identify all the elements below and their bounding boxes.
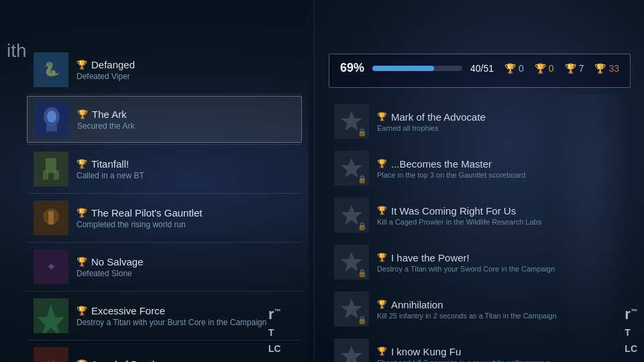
progress-header: 69% 40/51 🏆 0 🏆 0 🏆 7: [340, 61, 619, 75]
trophy-item-coming[interactable]: 🔒 🏆 It Was Coming Right For Us Kill a Ca…: [329, 192, 631, 238]
achievement-title-titanfall: 🏆 Titanfall!: [76, 158, 295, 170]
thumb-art-force: [34, 298, 68, 333]
trophy-count-bronze: 🏆 33: [594, 63, 619, 74]
trophy-type-bronze-kungfu: 🏆: [377, 347, 387, 356]
trophy-name-annihilation: 🏆 Annihilation: [377, 299, 625, 310]
achievement-info-ark: 🏆 The Ark Secured the Ark: [77, 109, 294, 131]
trophy-thumb-mark: 🔒: [334, 104, 369, 139]
svg-rect-5: [46, 125, 57, 131]
thumb-force: [34, 298, 68, 333]
trophy-item-kungfu[interactable]: 🔒 🏆 I know Kung Fu Shoot and kill 3 enem…: [329, 333, 631, 362]
achievement-title-gauntlet: 🏆 The Real Pilot's Gauntlet: [76, 207, 295, 219]
achievement-item-salvage[interactable]: ✦ 🏆 No Salvage Defeated Slone: [27, 244, 302, 290]
svg-rect-8: [43, 170, 48, 180]
trophy-item-power[interactable]: 🔒 🏆 I have the Power! Destroy a Titan wi…: [329, 239, 631, 285]
achievement-info-angel: 🏆 Angel of Death: [76, 359, 295, 363]
progress-bar-fill: [372, 66, 434, 71]
logo-tm-right: ™: [631, 308, 637, 315]
divider-6: [27, 340, 302, 341]
logo-right: r™ TLC: [625, 306, 637, 355]
trophy-type-bronze-master: 🏆: [377, 159, 387, 168]
achievement-item-defanged[interactable]: 🐍 🏆 Defanged Defeated Viper: [27, 47, 302, 93]
trophy-icon-force: 🏆: [76, 306, 87, 316]
trophy-desc-mark: Earned all trophies: [377, 124, 625, 132]
achievement-subtitle-defanged: Defeated Viper: [76, 72, 295, 81]
trophy-info-kungfu: 🏆 I know Kung Fu Shoot and kill 3 enemie…: [377, 346, 625, 363]
thumb-titanfall: [34, 152, 68, 186]
lock-icon-coming: 🔒: [358, 222, 367, 231]
achievement-info-gauntlet: 🏆 The Real Pilot's Gauntlet Completed th…: [76, 207, 295, 229]
achievement-subtitle-salvage: Defeated Slone: [76, 269, 295, 278]
trophy-type-bronze-annihilation: 🏆: [377, 300, 387, 309]
trophy-item-mark[interactable]: 🔒 🏆 Mark of the Advocate Earned all trop…: [329, 99, 631, 144]
achievement-subtitle-gauntlet: Completed the rising world run: [76, 220, 295, 229]
achievement-info-force: 🏆 Excessive Force Destroy a Titan with y…: [76, 305, 295, 327]
achievement-item-titanfall[interactable]: 🏆 Titanfall! Called in a new BT: [27, 146, 302, 192]
achievement-list: 🐍 🏆 Defanged Defeated Viper: [27, 47, 302, 362]
divider-5: [27, 291, 302, 292]
bronze-icon: 🏆: [594, 63, 606, 74]
trophy-name-coming: 🏆 It Was Coming Right For Us: [377, 205, 625, 217]
logo-left: r™ TLC: [268, 306, 281, 355]
thumb-art-titanfall: [34, 152, 68, 186]
lock-icon-annihilation: 🔒: [358, 316, 367, 324]
trophy-item-master[interactable]: 🔒 🏆 ...Becomes the Master Place in the t…: [329, 145, 631, 191]
achievement-info-titanfall: 🏆 Titanfall! Called in a new BT: [76, 158, 295, 180]
trophy-count-total: 40/51: [470, 63, 494, 74]
achievement-subtitle-ark: Secured the Ark: [77, 121, 294, 131]
silver-icon: 🏆: [565, 63, 576, 74]
trophy-desc-annihilation: Kill 25 infantry in 2 seconds as a Titan…: [377, 312, 625, 320]
trophy-icon-angel: 🏆: [76, 359, 87, 363]
trophy-icon-defanged: 🏆: [76, 60, 87, 70]
lock-icon-power: 🔒: [358, 269, 367, 278]
trophy-info-annihilation: 🏆 Annihilation Kill 25 infantry in 2 sec…: [377, 299, 625, 320]
thumb-art-ark: [34, 102, 69, 137]
achievement-item-the-ark[interactable]: 🏆 The Ark Secured the Ark: [27, 96, 302, 143]
trophy-type-bronze-coming: 🏆: [377, 206, 387, 215]
achievement-item-angel[interactable]: ⚔ 🏆 Angel of Death: [27, 342, 302, 362]
divider-2: [27, 144, 302, 145]
progress-percentage: 69%: [340, 61, 364, 75]
trophy-name-master: 🏆 ...Becomes the Master: [377, 158, 625, 170]
trophy-desc-coming: Kill a Caged Prowler in the Wildlife Res…: [377, 218, 625, 226]
trophy-thumb-master: 🔒: [334, 151, 369, 186]
progress-box: 69% 40/51 🏆 0 🏆 0 🏆 7: [329, 54, 631, 88]
achievement-item-gauntlet[interactable]: 🏆 The Real Pilot's Gauntlet Completed th…: [27, 195, 302, 241]
trophy-icon-ark: 🏆: [77, 109, 88, 119]
achievement-title-ark: 🏆 The Ark: [77, 109, 294, 120]
logo-sub-left: TLC: [268, 327, 281, 354]
svg-rect-9: [54, 170, 59, 180]
achievement-item-force[interactable]: 🏆 Excessive Force Destroy a Titan with y…: [27, 293, 302, 339]
trophy-list: 🔒 🏆 Mark of the Advocate Earned all trop…: [329, 99, 631, 362]
trophy-info-power: 🏆 I have the Power! Destroy a Titan with…: [377, 252, 625, 273]
svg-point-4: [47, 111, 56, 123]
partial-text-left: ith: [7, 40, 27, 62]
achievement-title-defanged: 🏆 Defanged: [76, 59, 295, 70]
logo-sub-right: TLC: [625, 327, 637, 354]
divider-4: [27, 242, 302, 243]
lock-icon-master: 🔒: [358, 175, 367, 184]
trophy-count-silver: 🏆 7: [565, 63, 584, 74]
gold-icon: 🏆: [535, 63, 546, 74]
achievement-title-angel: 🏆 Angel of Death: [76, 359, 295, 363]
trophy-name-mark: 🏆 Mark of the Advocate: [377, 111, 625, 123]
trophy-counts: 40/51 🏆 0 🏆 0 🏆 7 🏆 33: [470, 63, 619, 74]
trophy-type-plat: 🏆: [377, 112, 387, 121]
trophy-icon-gauntlet: 🏆: [76, 208, 87, 218]
achievement-info-defanged: 🏆 Defanged Defeated Viper: [76, 59, 295, 81]
achievement-info-salvage: 🏆 No Salvage Defeated Slone: [76, 256, 295, 278]
divider-1: [27, 94, 302, 95]
trophy-desc-kungfu: Shoot and kill 3 enemies in a row while …: [377, 359, 625, 363]
logo-tm-left: ™: [274, 308, 281, 315]
progress-bar-container: [372, 66, 462, 71]
achievement-subtitle-force: Destroy a Titan with your Burst Core in …: [76, 318, 295, 327]
thumb-salvage: ✦: [34, 249, 68, 284]
trophy-name-power: 🏆 I have the Power!: [377, 252, 625, 263]
thumb-art-gauntlet: [34, 200, 68, 235]
trophy-icon-titanfall: 🏆: [76, 159, 87, 169]
svg-rect-12: [48, 211, 54, 225]
trophy-thumb-power: 🔒: [334, 245, 369, 280]
trophy-desc-power: Destroy a Titan with your Sword Core in …: [377, 265, 625, 273]
trophy-desc-master: Place in the top 3 on the Gauntlet score…: [377, 171, 625, 179]
trophy-item-annihilation[interactable]: 🔒 🏆 Annihilation Kill 25 infantry in 2 s…: [329, 286, 631, 332]
